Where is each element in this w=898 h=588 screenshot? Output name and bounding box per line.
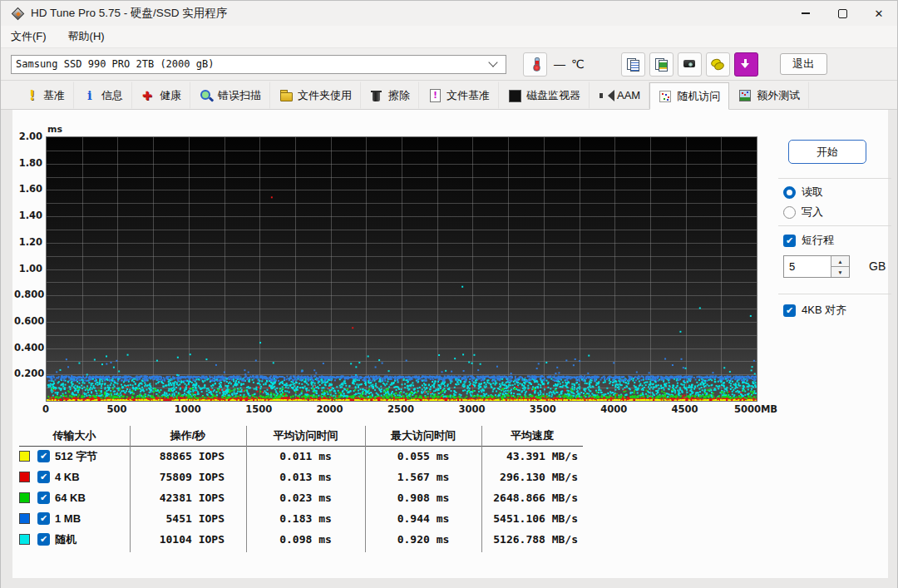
series-checkbox[interactable]: ✔ [37, 471, 50, 483]
tab-bar: 基准信息健康错误扫描文件夹使用擦除文件基准磁盘监视器AAM随机访问额外测试 [1, 81, 897, 110]
series-checkbox[interactable]: ✔ [37, 533, 50, 546]
spin-down-icon[interactable]: ▼ [831, 267, 849, 277]
tab-file-benchmark[interactable]: 文件基准 [419, 82, 499, 109]
copy-screenshot-button[interactable] [649, 52, 674, 77]
tab-info[interactable]: 信息 [74, 82, 132, 109]
tab-label: AAM [617, 89, 640, 101]
drive-selector[interactable]: Samsung SSD 990 PRO 2TB (2000 gB) [11, 55, 506, 74]
folder-usage-icon [279, 89, 293, 102]
tab-error-scan[interactable]: 错误扫描 [190, 82, 270, 109]
table-cell-speed: 43.391 MB/s [481, 450, 583, 462]
series-toggle-cell: ✔512 字节 [19, 449, 130, 464]
tab-label: 基准 [43, 88, 65, 103]
read-radio[interactable] [783, 186, 796, 199]
y-axis-unit: ms [47, 124, 62, 135]
spin-up-icon[interactable]: ▲ [831, 256, 849, 267]
series-checkbox[interactable]: ✔ [37, 450, 50, 462]
tab-erase[interactable]: 擦除 [361, 82, 419, 109]
download-button[interactable] [734, 52, 758, 77]
series-toggle-cell: ✔1 MB [19, 512, 130, 525]
y-tick-label: 1.80 [14, 157, 42, 169]
x-tick-label: 4500 [672, 403, 698, 415]
temperature-readout: — ℃ [554, 57, 585, 71]
copy-image-icon [654, 57, 667, 71]
extra-tests-icon [738, 89, 752, 102]
series-checkbox[interactable]: ✔ [37, 512, 50, 525]
series-checkbox[interactable]: ✔ [37, 492, 50, 504]
write-radio[interactable] [783, 206, 796, 219]
column-divider [130, 426, 131, 552]
align-option[interactable]: ✔ 4KB 对齐 [783, 303, 846, 318]
menu-help[interactable]: 帮助(H) [68, 29, 105, 44]
table-cell-max: 0.920 ms [365, 533, 481, 546]
size-input[interactable] [784, 256, 831, 277]
tab-label: 信息 [101, 88, 123, 103]
table-header-divider [19, 446, 583, 447]
thermometer-icon [527, 56, 540, 69]
window-title: HD Tune Pro 5.75 - 硬盘/SSD 实用程序 [31, 6, 787, 21]
table-header: 最大访问时间 [365, 428, 481, 443]
series-label: 1 MB [55, 512, 81, 525]
tab-disk-monitor[interactable]: 磁盘监视器 [499, 82, 590, 109]
separator [778, 178, 891, 179]
series-toggle-cell: ✔4 KB [19, 471, 130, 483]
table-row: ✔随机10104 IOPS0.098 ms0.920 ms5126.788 MB… [19, 529, 583, 550]
exit-button[interactable]: 退出 [780, 53, 827, 75]
read-option[interactable]: 读取 [783, 185, 823, 200]
y-tick-label: 0.800 [14, 289, 42, 300]
menu-file[interactable]: 文件(F) [11, 29, 47, 44]
chevron-down-icon [488, 57, 497, 67]
x-tick-label: 2500 [387, 403, 414, 415]
disk-monitor-icon [508, 89, 521, 102]
copy-text-button[interactable] [621, 52, 645, 77]
series-label: 64 KB [55, 492, 86, 504]
series-color-swatch [19, 472, 30, 482]
table-cell-avg: 0.183 ms [246, 512, 365, 525]
aam-icon [599, 89, 612, 102]
tab-aam[interactable]: AAM [590, 82, 649, 109]
temperature-button[interactable] [523, 52, 547, 77]
tab-health[interactable]: 健康 [132, 82, 190, 109]
tab-random-access[interactable]: 随机访问 [649, 82, 729, 110]
app-window: HD Tune Pro 5.75 - 硬盘/SSD 实用程序 ✕ 文件(F) 帮… [0, 0, 898, 588]
series-toggle-cell: ✔64 KB [19, 492, 130, 504]
short-stroke-option[interactable]: ✔ 短行程 [783, 233, 834, 248]
table-cell-speed: 2648.866 MB/s [481, 492, 583, 504]
short-stroke-checkbox[interactable]: ✔ [783, 235, 796, 247]
save-results-button[interactable] [706, 52, 730, 77]
tab-label: 随机访问 [677, 89, 720, 104]
write-label: 写入 [802, 205, 823, 220]
start-button[interactable]: 开始 [788, 140, 866, 164]
minimize-button[interactable] [787, 1, 824, 26]
series-label: 512 字节 [55, 449, 97, 464]
error-scan-icon [200, 89, 213, 102]
read-label: 读取 [802, 185, 823, 200]
size-unit-label: GB [869, 259, 886, 273]
align-checkbox[interactable]: ✔ [783, 304, 796, 317]
gold-disks-icon [711, 57, 724, 71]
close-button[interactable]: ✕ [861, 1, 897, 26]
screenshot-button[interactable] [678, 52, 702, 77]
table-cell-iops: 88865 IOPS [130, 450, 246, 462]
table-cell-iops: 10104 IOPS [130, 533, 246, 546]
table-cell-max: 0.944 ms [365, 512, 481, 525]
x-tick-label: 1500 [245, 403, 272, 415]
table-cell-iops: 42381 IOPS [130, 492, 246, 504]
tab-benchmark[interactable]: 基准 [16, 82, 74, 109]
tab-extra-tests[interactable]: 额外测试 [729, 82, 809, 109]
tab-label: 健康 [160, 88, 181, 103]
benchmark-icon [25, 89, 38, 102]
y-tick-label: 1.60 [14, 183, 42, 195]
table-cell-speed: 5451.106 MB/s [481, 512, 583, 525]
write-option[interactable]: 写入 [783, 205, 823, 220]
table-header: 操作/秒 [130, 428, 246, 443]
short-stroke-label: 短行程 [802, 233, 834, 248]
maximize-button[interactable] [824, 1, 861, 26]
table-cell-avg: 0.013 ms [246, 471, 365, 483]
content-area: ms 2.001.801.601.401.201.000.8000.6000.4… [1, 110, 897, 588]
x-tick-label: 500 [106, 403, 126, 415]
app-icon [11, 7, 24, 20]
tab-folder-usage[interactable]: 文件夹使用 [270, 82, 361, 109]
series-color-swatch [19, 451, 30, 462]
size-stepper[interactable]: ▲ ▼ [783, 255, 850, 278]
